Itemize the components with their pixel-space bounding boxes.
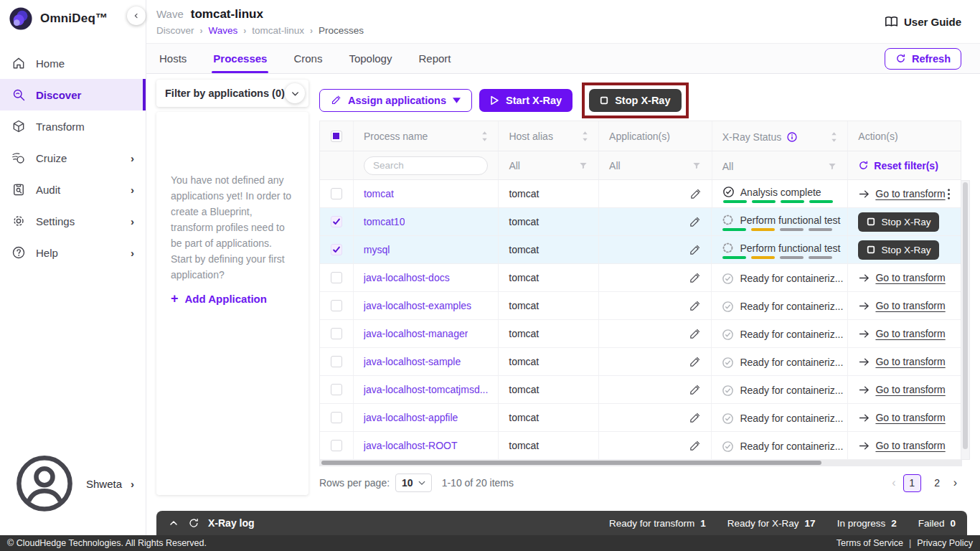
row-checkbox[interactable] [331,216,342,227]
column-header-process-name[interactable]: Process name [354,121,499,151]
row-checkbox[interactable] [331,188,342,199]
edit-application-icon[interactable] [689,216,701,228]
edit-application-icon[interactable] [689,384,701,396]
process-name-link[interactable]: java-localhost-examples [364,300,471,311]
go-to-transform-link[interactable]: Go to transform [875,188,945,199]
go-to-transform-link[interactable]: Go to transform [875,300,945,311]
process-name-link[interactable]: java-localhost-ROOT [364,440,458,451]
pager-page-2[interactable]: 2 [928,474,946,492]
edit-application-icon[interactable] [689,244,701,256]
process-name-link[interactable]: java-localhost-sample [364,356,461,367]
xray-stat-value: 17 [805,518,816,529]
sidebar-item-discover[interactable]: Discover [0,79,146,110]
go-to-transform-link[interactable]: Go to transform [875,412,945,423]
filter-collapse-button[interactable] [285,83,305,103]
sidebar-item-settings[interactable]: Settings› [0,205,146,237]
pager-previous[interactable]: ‹ [892,476,895,489]
pager-next[interactable]: › [953,476,957,489]
rows-per-page-select[interactable]: 10 [395,474,432,492]
go-to-transform-link[interactable]: Go to transform [875,440,945,451]
row-stop-xray-button[interactable]: Stop X-Ray [858,212,939,232]
sidebar-collapse-button[interactable] [127,6,146,25]
edit-application-icon[interactable] [689,412,701,424]
horizontal-scrollbar[interactable] [320,460,962,466]
tab-topology[interactable]: Topology [349,44,392,73]
row-checkbox[interactable] [331,272,342,283]
user-guide-button[interactable]: User Guide [885,16,961,28]
sidebar-item-home[interactable]: Home [0,47,146,79]
filter-funnel-icon[interactable] [692,161,702,171]
assign-applications-button[interactable]: Assign applications [319,89,472,112]
application-filter-dropdown[interactable]: All [599,151,712,179]
sidebar-user[interactable]: Shweta › [0,443,146,524]
tab-processes[interactable]: Processes [213,44,267,73]
process-name-link[interactable]: tomcat [364,188,394,199]
row-checkbox[interactable] [331,384,342,395]
tab-report[interactable]: Report [418,44,451,73]
process-name-link[interactable]: java-localhost-tomcatjmsd... [364,384,489,395]
chevron-up-icon[interactable] [168,517,179,529]
row-checkbox[interactable] [331,244,342,255]
status-filter-dropdown[interactable]: All [712,151,849,179]
process-name-link[interactable]: tomcat10 [364,216,405,227]
row-stop-xray-button[interactable]: Stop X-Ray [858,240,939,260]
xray-stat-label: Ready for transform [609,518,694,529]
breadcrumb-item[interactable]: Waves [209,25,238,36]
sort-icon[interactable] [831,131,837,143]
process-name-link[interactable]: mysql [364,244,390,255]
edit-application-icon[interactable] [689,300,701,312]
edit-application-icon[interactable] [689,356,701,368]
info-icon[interactable] [786,131,798,143]
go-to-transform-link[interactable]: Go to transform [875,272,945,283]
select-all-checkbox[interactable] [331,131,342,142]
vertical-scrollbar-thumb[interactable] [963,182,968,449]
row-checkbox[interactable] [331,412,342,423]
edit-application-icon[interactable] [689,188,702,200]
breadcrumb-item[interactable]: tomcat-linux [252,25,304,36]
horizontal-scrollbar-thumb[interactable] [321,461,821,465]
sidebar-item-cruize[interactable]: Cruize› [0,142,146,174]
start-xray-button[interactable]: Start X-Ray [479,89,573,112]
xray-log-toggle[interactable]: X-Ray log [168,517,255,529]
row-checkbox[interactable] [331,300,342,311]
row-checkbox[interactable] [331,328,342,339]
column-header-host-alias[interactable]: Host alias [499,121,599,151]
edit-application-icon[interactable] [689,328,701,340]
row-menu-kebab-icon[interactable] [947,188,951,200]
row-checkbox[interactable] [331,440,342,451]
table-row: java-localhost-docstomcatReady for conta… [320,264,961,292]
add-application-link[interactable]: + Add Application [171,291,296,306]
stop-xray-button[interactable]: Stop X-Ray [589,89,681,112]
row-checkbox[interactable] [331,356,342,367]
sort-icon[interactable] [582,131,588,142]
breadcrumb-item[interactable]: Discover [156,25,194,36]
go-to-transform-link[interactable]: Go to transform [875,384,945,395]
process-name-link[interactable]: java-localhost-appfile [364,412,458,423]
process-name-link[interactable]: java-localhost-docs [364,272,450,283]
sidebar-item-transform[interactable]: Transform [0,110,146,142]
process-name-link[interactable]: java-localhost-manager [364,328,468,339]
filter-funnel-icon[interactable] [827,161,837,171]
edit-application-icon[interactable] [689,440,701,452]
filter-funnel-icon[interactable] [578,161,588,171]
host-alias-text: tomcat [509,412,539,423]
edit-application-icon[interactable] [689,272,701,284]
refresh-button[interactable]: Refresh [885,48,961,70]
reset-filters-link[interactable]: Reset filter(s) [858,160,938,171]
sidebar-item-audit[interactable]: Audit› [0,174,146,205]
pager-page-1[interactable]: 1 [903,474,921,492]
column-header-xray-status[interactable]: X-Ray Status [712,121,849,151]
privacy-link[interactable]: Privacy Policy [917,538,973,548]
sidebar-item-help[interactable]: Help› [0,237,146,268]
sort-icon[interactable] [481,131,488,142]
tab-crons[interactable]: Crons [293,44,322,73]
sidebar-item-label: Help [36,247,58,259]
tab-hosts[interactable]: Hosts [159,44,187,73]
go-to-transform-link[interactable]: Go to transform [875,328,945,339]
go-to-transform-link[interactable]: Go to transform [875,356,945,367]
filter-panel-header[interactable]: Filter by applications (0) [156,80,308,107]
terms-link[interactable]: Terms of Service [837,538,903,548]
vertical-scrollbar[interactable] [961,180,970,460]
process-search-input[interactable] [364,156,489,175]
host-filter-dropdown[interactable]: All [499,151,599,179]
